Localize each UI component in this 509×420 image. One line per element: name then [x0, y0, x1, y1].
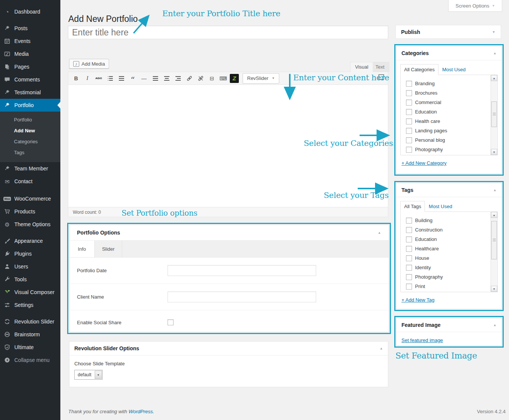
category-checkbox[interactable]	[406, 81, 412, 87]
scroll-up-icon[interactable]: ▲	[491, 75, 497, 81]
collapse-arrow-icon[interactable]: ▲	[493, 188, 497, 192]
collapse-menu-button[interactable]: Collapse menu	[0, 354, 60, 366]
sidebar-item-contact[interactable]: ✉ Contact	[0, 175, 60, 188]
collapse-arrow-icon[interactable]: ▲	[380, 346, 383, 350]
zilla-shortcode-icon[interactable]: Z	[230, 74, 239, 83]
category-checkbox[interactable]	[406, 109, 412, 115]
scroll-thumb[interactable]	[491, 221, 497, 259]
sidebar-item-users[interactable]: Users	[0, 260, 60, 273]
wordpress-link[interactable]: WordPress	[129, 409, 153, 414]
portfolio-submenu: Portfolio Add New Categories Tags	[0, 112, 60, 162]
tab-most-used[interactable]: Most Used	[438, 64, 469, 75]
sidebar-item-appearance[interactable]: Appearance	[0, 235, 60, 247]
collapse-arrow-icon[interactable]: ▲	[378, 231, 381, 235]
portfolio-date-input[interactable]	[168, 265, 316, 276]
tag-checkbox[interactable]	[406, 284, 412, 290]
sidebar-item-woocommerce[interactable]: Woo WooCommerce	[0, 192, 60, 205]
tab-slider[interactable]: Slider	[95, 241, 122, 257]
sidebar-item-posts[interactable]: Posts	[0, 22, 60, 35]
sidebar-item-portfolio[interactable]: Portfolio	[0, 99, 60, 112]
numbered-list-icon[interactable]	[117, 74, 126, 83]
screen-options-button[interactable]: Screen Options ▼	[448, 0, 502, 12]
tab-all-tags[interactable]: All Tags	[400, 201, 425, 212]
tag-checkbox[interactable]	[406, 255, 412, 261]
tab-all-categories[interactable]: All Categories	[400, 64, 438, 75]
align-center-icon[interactable]	[162, 74, 171, 83]
scroll-thumb[interactable]	[491, 101, 497, 127]
sidebar-item-revolution-slider[interactable]: Revolution Slider	[0, 315, 60, 328]
expand-arrow-icon[interactable]: ▼	[492, 30, 495, 34]
italic-icon[interactable]: I	[83, 74, 92, 83]
sidebar-item-theme-options[interactable]: ⚙ Theme Options	[0, 218, 60, 231]
tag-checkbox[interactable]	[406, 236, 412, 242]
annotation-categories: Select your Categories	[304, 139, 393, 148]
sidebar-item-visual-composer[interactable]: Visual Composer	[0, 286, 60, 299]
link-icon[interactable]	[185, 74, 194, 83]
category-checkbox[interactable]	[406, 90, 412, 96]
sidebar-item-media[interactable]: Media	[0, 48, 60, 60]
unlink-icon[interactable]	[196, 74, 205, 83]
scroll-down-icon[interactable]: ▼	[491, 286, 497, 292]
sidebar-item-label: Products	[14, 208, 35, 215]
scroll-down-icon[interactable]: ▼	[491, 149, 497, 155]
tab-text[interactable]: Text	[371, 62, 389, 72]
blockquote-icon[interactable]: “	[128, 72, 137, 85]
sidebar-item-tools[interactable]: Tools	[0, 273, 60, 286]
sidebar-item-pages[interactable]: Pages	[0, 60, 60, 73]
publish-metabox: Publish ▼	[395, 25, 501, 39]
sliders-icon	[3, 301, 11, 309]
tab-most-used[interactable]: Most Used	[425, 201, 456, 212]
category-checkbox[interactable]	[406, 147, 412, 153]
align-left-icon[interactable]	[151, 74, 160, 83]
sidebar-item-brainstorm[interactable]: Brainstorm	[0, 328, 60, 341]
sidebar-subitem-portfolio[interactable]: Portfolio	[0, 114, 60, 125]
sidebar-item-products[interactable]: Products	[0, 205, 60, 218]
collapse-arrow-icon[interactable]: ▲	[493, 51, 497, 55]
tag-checkbox[interactable]	[406, 274, 412, 280]
category-checkbox[interactable]	[406, 137, 412, 143]
set-featured-image-link[interactable]: Set featured image	[401, 337, 443, 343]
sidebar-item-settings[interactable]: Settings	[0, 299, 60, 311]
categories-list: Branding Brochures Commercial Education …	[400, 75, 498, 155]
horizontal-rule-icon[interactable]: —	[139, 74, 149, 83]
tag-checkbox[interactable]	[406, 265, 412, 271]
category-checkbox[interactable]	[406, 118, 412, 124]
add-new-tag-link[interactable]: + Add New Tag	[401, 297, 435, 303]
category-checkbox[interactable]	[406, 128, 412, 134]
tag-row: House	[401, 253, 497, 263]
tab-info[interactable]: Info	[69, 241, 95, 257]
revslider-dropdown-button[interactable]: RevSlider ▼	[243, 73, 279, 84]
sidebar-item-dashboard[interactable]: ◔ Dashboard	[0, 5, 60, 18]
sidebar-subitem-categories[interactable]: Categories	[0, 136, 60, 147]
add-new-category-link[interactable]: + Add New Category	[401, 160, 447, 166]
sidebar-item-testimonial[interactable]: Testimonial	[0, 86, 60, 99]
scroll-up-icon[interactable]: ▲	[491, 212, 497, 218]
sidebar-item-team-member[interactable]: Team Member	[0, 162, 60, 175]
tag-checkbox[interactable]	[406, 246, 412, 252]
tab-visual[interactable]: Visual	[350, 62, 373, 72]
category-checkbox[interactable]	[406, 100, 412, 106]
collapse-arrow-icon[interactable]: ▲	[493, 323, 497, 327]
field-row: Enable Social Share	[69, 310, 389, 334]
align-right-icon[interactable]	[173, 74, 183, 83]
more-tag-icon[interactable]: ⊟	[207, 74, 217, 83]
tag-checkbox[interactable]	[406, 227, 412, 233]
enable-social-share-checkbox[interactable]	[168, 319, 174, 325]
client-name-input[interactable]	[168, 291, 316, 302]
slide-template-select[interactable]: default ▼	[74, 370, 103, 380]
bold-icon[interactable]: B	[71, 74, 81, 83]
portfolio-title-input[interactable]	[68, 26, 388, 39]
sidebar-item-ultimate[interactable]: Ultimate	[0, 341, 60, 354]
sidebar-item-comments[interactable]: Comments	[0, 73, 60, 86]
sidebar-subitem-add-new[interactable]: Add New	[0, 125, 60, 136]
toolbar-toggle-icon[interactable]: ⌨	[218, 74, 228, 83]
sidebar-item-plugins[interactable]: Plugins	[0, 247, 60, 260]
sidebar-subitem-tags[interactable]: Tags	[0, 147, 60, 158]
bullet-list-icon[interactable]	[105, 74, 115, 83]
scrollbar[interactable]: ▲ ▼	[491, 212, 497, 292]
sidebar-item-events[interactable]: Events	[0, 35, 60, 48]
add-media-button[interactable]: ♪ Add Media	[69, 59, 109, 69]
tag-checkbox[interactable]	[406, 218, 412, 224]
scrollbar[interactable]: ▲ ▼	[491, 75, 497, 155]
strikethrough-icon[interactable]: ABC	[94, 74, 103, 83]
